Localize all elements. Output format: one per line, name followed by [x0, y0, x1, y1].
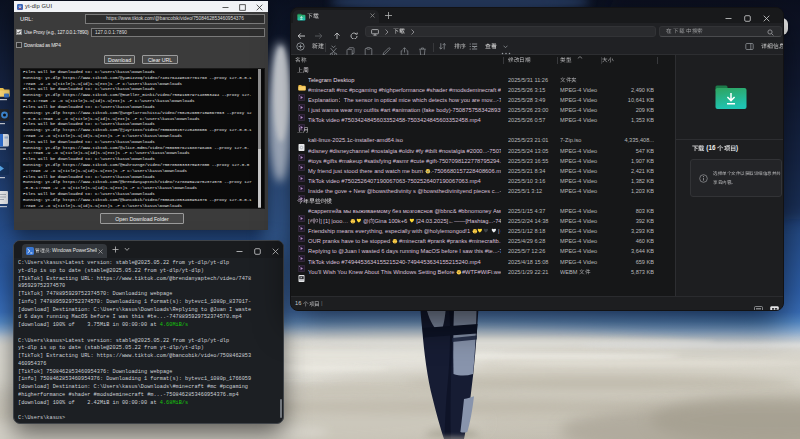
maximize-icon[interactable] [234, 1, 251, 12]
view-mode-toggles[interactable] [754, 300, 779, 311]
column-type[interactable] [560, 57, 571, 63]
mp4-checkbox[interactable] [16, 42, 22, 48]
maximize-icon[interactable] [738, 8, 756, 22]
column-size[interactable] [602, 57, 613, 63]
download-log[interactable]: Files will be downloaded to: C:\Users\ka… [20, 68, 265, 209]
file-name: #disney #disneychannel #nostalgia #oldtv… [308, 148, 501, 154]
desktop-icon[interactable] [0, 162, 13, 184]
file-name: #toys #gifts #makeup #satisfying #asmr #… [308, 158, 501, 164]
file-size: 1,382 KB [596, 178, 654, 184]
close-icon[interactable] [267, 241, 283, 257]
minimize-icon[interactable] [217, 1, 234, 12]
share-button[interactable] [400, 42, 409, 52]
group-label [297, 127, 309, 133]
minimize-icon[interactable] [231, 241, 247, 257]
file-type: MPEG-4 Video [560, 188, 600, 194]
desktop-icon[interactable] [0, 191, 13, 213]
file-row[interactable]: OUR pranks have to be stopped #minecraft… [291, 237, 675, 247]
file-row[interactable]: Friendship means everything, especially … [291, 227, 675, 237]
chevron-right-icon[interactable] [410, 28, 416, 36]
rename-button[interactable] [382, 42, 391, 52]
delete-button[interactable] [418, 42, 427, 52]
terminal-line [18, 330, 279, 338]
breadcrumb-downloads[interactable] [393, 28, 405, 34]
file-row[interactable]: I just wanna wear my outfits #art #anima… [291, 105, 675, 115]
group-header[interactable] [291, 126, 675, 136]
close-icon[interactable] [757, 8, 775, 22]
terminal-line: [TikTok] 7508462853460954376: Downloadin… [18, 369, 279, 377]
sort-ascending-icon [577, 56, 583, 59]
file-date: 2025/5/21 8:34 [508, 168, 557, 174]
maximize-icon[interactable] [249, 241, 265, 257]
minimize-icon[interactable] [719, 8, 737, 22]
file-size: 1,353 KB [596, 117, 654, 123]
terminal-output[interactable]: C:\Users\kasus>Latest version: stable@20… [18, 260, 279, 421]
tab-close-icon[interactable] [370, 13, 375, 18]
column-date[interactable] [508, 57, 530, 63]
explorer-tab-downloads[interactable] [293, 10, 379, 24]
search-box[interactable] [659, 26, 782, 37]
terminal-scrollbar[interactable] [280, 399, 282, 418]
new-tab-icon[interactable] [384, 11, 393, 20]
clear-url-button[interactable]: Clear URL [142, 55, 178, 65]
proxy-input[interactable]: 127.0.0.1:7890 [91, 28, 265, 38]
more-button[interactable] [501, 43, 511, 53]
url-input[interactable]: https://www.tiktok.com/@bancobik/video/7… [85, 14, 265, 24]
desktop-icon[interactable] [0, 85, 13, 105]
details-pane-button[interactable] [745, 42, 784, 52]
file-row[interactable]: kali-linux-2025.1c-installer-amd64.iso20… [291, 136, 675, 146]
forward-icon[interactable] [313, 26, 324, 37]
file-row[interactable]: Replying to @Juan I wasted 6 days runnin… [291, 247, 675, 257]
file-row[interactable]: You'll Wish You Knew About This Windows … [291, 267, 675, 277]
terminal-titlebar[interactable]: : Windows PowerShell [14, 241, 283, 258]
breadcrumb-bar[interactable] [365, 26, 656, 37]
file-type: MPEG-4 Video [560, 148, 600, 154]
file-row[interactable]: #toys #gifts #makeup #satisfying #asmr #… [291, 156, 675, 166]
downloads-folder-icon-large [714, 83, 748, 111]
group-label [297, 198, 332, 204]
terminal-line: 895929752374570 [18, 283, 279, 291]
ytdlp-titlebar[interactable]: yt-dlp GUI [14, 1, 268, 12]
column-name[interactable] [295, 57, 306, 63]
thumbnail-view-icon[interactable] [770, 306, 779, 311]
open-download-folder-button[interactable]: Open Download Folder [100, 213, 184, 224]
file-type: MPEG-4 Video [560, 117, 600, 123]
toolbar-separator [433, 43, 434, 52]
log-scrollbar[interactable] [258, 69, 262, 208]
proxy-checkbox[interactable] [16, 29, 22, 35]
file-row[interactable]: TikTok video #7503424845603352458-750342… [291, 115, 675, 125]
desktop-icon[interactable] [0, 134, 13, 156]
file-row[interactable]: [] [1] |ооо… @Gina 100k+6 [24.03.2025]←—… [291, 216, 675, 226]
search-placeholder [666, 28, 703, 34]
file-row[interactable]: Telegram Desktop2025/5/31 11:26 [291, 75, 675, 85]
new-tab-icon[interactable] [110, 244, 120, 256]
file-size: 5,873 KB [596, 269, 654, 275]
file-name: Inside the gove + New @bowsthedivinity s… [308, 188, 501, 194]
tab-close-icon[interactable] [98, 249, 103, 254]
file-row[interactable]: TikTok video #7494453634155215240-749445… [291, 257, 675, 267]
close-icon[interactable] [251, 1, 268, 12]
file-row[interactable]: Inside the gove + New @bowsthedivinity s… [291, 186, 675, 196]
tab-dropdown-icon[interactable] [122, 244, 132, 255]
file-row[interactable]: My friend just stood there and watch me … [291, 166, 675, 176]
paste-button[interactable] [364, 42, 373, 52]
group-header[interactable] [291, 65, 675, 75]
back-icon[interactable] [296, 26, 307, 37]
file-row[interactable]: #minecraft #mc #pcgaming #highperformanc… [291, 85, 675, 95]
terminal-line: [info] 7478895929752374570: Downloading … [18, 299, 279, 307]
file-row[interactable]: #disney #disneychannel #nostalgia #oldtv… [291, 146, 675, 156]
file-row[interactable]: #саррепгейа мы выживаемому без мозговсно… [291, 206, 675, 216]
download-button[interactable]: Download [104, 55, 135, 65]
file-row[interactable]: TikTok video #7502526407190067063-750252… [291, 176, 675, 186]
group-header[interactable] [291, 196, 675, 206]
up-icon[interactable] [331, 26, 342, 37]
file-row[interactable]: ExplanationThe sensor in optical mice wh… [291, 95, 675, 105]
copy-button[interactable] [346, 42, 355, 52]
details-view-icon[interactable] [754, 306, 763, 311]
cut-button[interactable] [329, 42, 338, 52]
terminal-tab[interactable]: : Windows PowerShell [22, 244, 107, 259]
refresh-icon[interactable] [348, 26, 359, 37]
file-type: MPEG-4 Video [560, 168, 600, 174]
desktop-icon[interactable] [0, 109, 13, 130]
file-size: 10,641 KB [596, 97, 654, 103]
